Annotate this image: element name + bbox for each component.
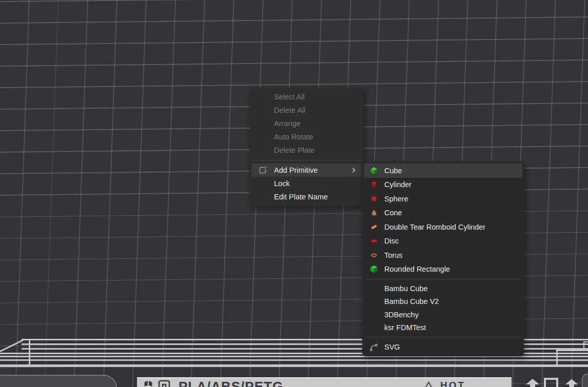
menu-item-select-all[interactable]: Select All [251,90,362,104]
submenu-item-double-tear-romboid-cylinder[interactable]: Double Tear Romboid Cylinder [364,220,522,234]
submenu-item-cone[interactable]: Cone [364,206,522,220]
plate-label-strip: PLA/ABS/PETG HOT [137,377,512,387]
submenu-item-sphere[interactable]: Sphere [364,192,522,206]
plate-corner-line [556,350,588,351]
menu-item-arrange[interactable]: Arrange [251,117,362,130]
submenu-item-bambu-cube-v2[interactable]: Bambu Cube V2 [364,295,522,309]
plate-edge-tick [29,340,30,364]
plate-context-menu: Select All Delete All Arrange Auto Rotat… [250,88,363,206]
printer-logo-icon [158,380,170,387]
bezier-curve-icon [364,342,384,352]
cube-icon [364,167,384,175]
hot-label: HOT [440,380,465,387]
hot-warning: HOT [423,379,465,387]
submenu-item-torus[interactable]: Torus [364,248,522,262]
plate-square-mark [544,378,558,387]
3d-viewport[interactable]: PLA/ABS/PETG HOT Select All Delete All A… [0,0,588,387]
submenu-item-cylinder[interactable]: Cylinder [364,178,522,192]
plate-handle-right [582,374,588,387]
menu-separator [366,337,520,337]
double-tear-romboid-cylinder-icon [364,223,384,231]
submenu-item-rounded-rectangle[interactable]: Rounded Rectangle [364,262,522,277]
submenu-item-cube[interactable]: Cube [364,164,522,178]
menu-item-lock[interactable]: Lock [251,177,362,190]
cone-icon [364,209,384,217]
rounded-rectangle-icon [364,265,384,273]
menu-item-delete-plate[interactable]: Delete Plate [251,144,362,157]
add-primitive-icon [251,166,274,175]
submenu-item-disc[interactable]: Disc [364,234,522,249]
plate-arrow-up-icon [564,379,579,387]
menu-separator [251,160,362,160]
menu-item-delete-all[interactable]: Delete All [251,104,362,117]
sphere-icon [364,195,384,203]
menu-item-add-primitive[interactable]: Add Primitive [251,164,362,177]
menu-item-auto-rotate[interactable]: Auto Rotate [251,130,362,144]
plate-edge-bar [0,364,588,367]
menu-separator [366,279,520,279]
torus-icon [364,251,384,259]
plate-edge-line [0,359,588,361]
submenu-item-ksr-fdmtest[interactable]: ksr FDMTest [364,321,522,335]
plate-handle-left [0,375,117,387]
hot-surface-warning-icon [423,381,434,387]
menu-item-edit-plate-name[interactable]: Edit Plate Name [251,190,362,203]
plate-arrow-up-icon [524,379,541,387]
plate-material-label: PLA/ABS/PETG [179,380,283,387]
submenu-item-bambu-cube[interactable]: Bambu Cube [364,282,522,295]
bambu-logo-icon [143,380,153,387]
submenu-item-svg[interactable]: SVG [364,340,522,354]
add-primitive-submenu: Cube Cylinder Sphere [362,161,524,356]
disc-icon [364,237,384,245]
cylinder-icon [364,180,384,189]
plate-corner-line [556,350,558,365]
submenu-item-3dbenchy[interactable]: 3DBenchy [364,308,522,321]
submenu-chevron-icon [349,166,358,174]
plate-corner-notch [583,341,588,350]
